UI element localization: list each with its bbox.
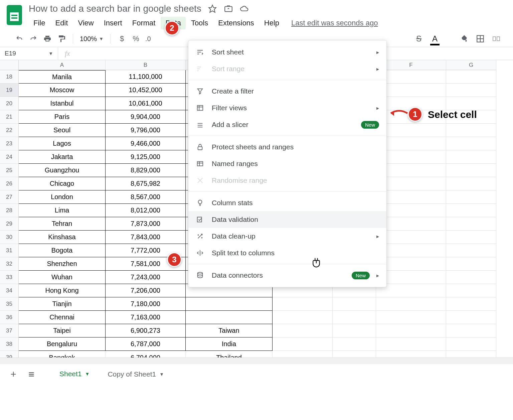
cloud-icon[interactable] xyxy=(240,4,249,13)
cell[interactable]: 7,243,000 xyxy=(106,271,186,284)
menu-view[interactable]: View xyxy=(73,17,98,29)
cell[interactable]: Bangkok xyxy=(19,351,106,358)
row-header[interactable]: 20 xyxy=(0,97,19,110)
cell[interactable] xyxy=(446,311,496,324)
select-all-corner[interactable] xyxy=(0,60,19,70)
cell[interactable]: 10,452,000 xyxy=(106,84,186,97)
cell[interactable] xyxy=(446,190,496,204)
row-header[interactable]: 31 xyxy=(0,244,19,257)
borders-icon[interactable] xyxy=(476,34,485,43)
decimal-icon[interactable]: .0 xyxy=(145,34,151,43)
app-logo[interactable] xyxy=(5,3,23,27)
zoom-select[interactable]: 100%▼ xyxy=(80,35,104,43)
cell[interactable]: Paris xyxy=(19,110,106,124)
cell[interactable]: India xyxy=(186,337,273,351)
row-header[interactable]: 38 xyxy=(0,337,19,351)
cell[interactable] xyxy=(273,297,333,311)
menu-sort-sheet[interactable]: Sort sheet▸ xyxy=(188,44,386,60)
tab-copy-of-sheet1[interactable]: Copy of Sheet1▼ xyxy=(100,366,171,383)
cell[interactable] xyxy=(446,124,496,137)
row-header[interactable]: 30 xyxy=(0,231,19,244)
redo-icon[interactable] xyxy=(29,34,38,43)
row-header[interactable]: 22 xyxy=(0,124,19,137)
cell[interactable] xyxy=(446,231,496,244)
cell[interactable] xyxy=(446,324,496,337)
move-icon[interactable] xyxy=(224,4,233,13)
text-color-icon[interactable]: A xyxy=(430,34,440,43)
cell[interactable]: Manila xyxy=(19,70,106,84)
menu-create-filter[interactable]: Create a filter xyxy=(188,83,386,100)
cell[interactable]: Chennai xyxy=(19,311,106,324)
fill-color-icon[interactable] xyxy=(460,34,469,43)
cell[interactable] xyxy=(446,177,496,190)
cell[interactable]: Moscow xyxy=(19,84,106,97)
cell[interactable]: 9,125,000 xyxy=(106,150,186,164)
cell[interactable] xyxy=(446,217,496,231)
menu-data-validation[interactable]: Data validation xyxy=(188,211,386,228)
menu-extensions[interactable]: Extensions xyxy=(213,17,259,29)
cell[interactable]: 8,012,000 xyxy=(106,204,186,217)
cell[interactable] xyxy=(333,311,376,324)
cell[interactable]: 7,206,000 xyxy=(106,284,186,297)
menu-filter-views[interactable]: Filter views▸ xyxy=(188,100,386,116)
name-box[interactable]: E19▼ xyxy=(0,47,58,60)
cell[interactable]: Hong Kong xyxy=(19,284,106,297)
cell[interactable]: 8,675,982 xyxy=(106,177,186,190)
cell[interactable]: 7,180,000 xyxy=(106,297,186,311)
cell[interactable] xyxy=(446,351,496,358)
cell[interactable]: 11,100,000 xyxy=(106,70,186,84)
menu-file[interactable]: File xyxy=(29,17,50,29)
menu-help[interactable]: Help xyxy=(260,17,284,29)
cell[interactable]: 9,796,000 xyxy=(106,124,186,137)
cell[interactable] xyxy=(446,70,496,84)
cell[interactable]: Bogota xyxy=(19,244,106,257)
paint-format-icon[interactable] xyxy=(57,34,66,43)
menu-edit[interactable]: Edit xyxy=(50,17,72,29)
undo-icon[interactable] xyxy=(15,34,24,43)
row-header[interactable]: 21 xyxy=(0,110,19,124)
cell[interactable]: 9,904,000 xyxy=(106,110,186,124)
cell[interactable]: Tianjin xyxy=(19,297,106,311)
cell[interactable]: 7,843,000 xyxy=(106,231,186,244)
cell[interactable] xyxy=(333,351,376,358)
cell[interactable] xyxy=(333,337,376,351)
row-header[interactable]: 23 xyxy=(0,137,19,150)
last-edit-link[interactable]: Last edit was seconds ago xyxy=(291,19,378,27)
row-header[interactable]: 32 xyxy=(0,257,19,271)
column-header[interactable]: B xyxy=(106,60,186,70)
cell[interactable] xyxy=(446,244,496,257)
cell[interactable] xyxy=(376,311,446,324)
cell[interactable]: Thailand xyxy=(186,351,273,358)
cell[interactable] xyxy=(446,84,496,97)
cell[interactable]: 8,829,000 xyxy=(106,164,186,177)
cell[interactable]: 10,061,000 xyxy=(106,97,186,110)
cell[interactable] xyxy=(446,97,496,110)
tab-sheet1[interactable]: Sheet1▼ xyxy=(52,365,97,384)
cell[interactable] xyxy=(446,150,496,164)
row-header[interactable]: 26 xyxy=(0,177,19,190)
cell[interactable] xyxy=(186,311,273,324)
row-header[interactable]: 33 xyxy=(0,271,19,284)
doc-title[interactable]: How to add a search bar in google sheets xyxy=(29,3,201,14)
cell[interactable] xyxy=(446,204,496,217)
cell[interactable]: Seoul xyxy=(19,124,106,137)
cell[interactable] xyxy=(376,337,446,351)
menu-tools[interactable]: Tools xyxy=(186,17,213,29)
cell[interactable]: Guangzhou xyxy=(19,164,106,177)
menu-protect-sheets[interactable]: Protect sheets and ranges xyxy=(188,139,386,155)
cell[interactable]: Chicago xyxy=(19,177,106,190)
cell[interactable]: Lima xyxy=(19,204,106,217)
cell[interactable] xyxy=(446,164,496,177)
cell[interactable]: Jakarta xyxy=(19,150,106,164)
cell[interactable] xyxy=(446,137,496,150)
cell[interactable] xyxy=(446,284,496,297)
horizontal-scrollbar[interactable] xyxy=(0,358,513,364)
cell[interactable]: 6,787,000 xyxy=(106,337,186,351)
row-header[interactable]: 19 xyxy=(0,84,19,97)
cell[interactable]: Shenzhen xyxy=(19,257,106,271)
row-header[interactable]: 24 xyxy=(0,150,19,164)
percent-icon[interactable]: % xyxy=(131,34,141,43)
cell[interactable] xyxy=(333,324,376,337)
cell[interactable] xyxy=(446,271,496,284)
cell[interactable] xyxy=(376,351,446,358)
